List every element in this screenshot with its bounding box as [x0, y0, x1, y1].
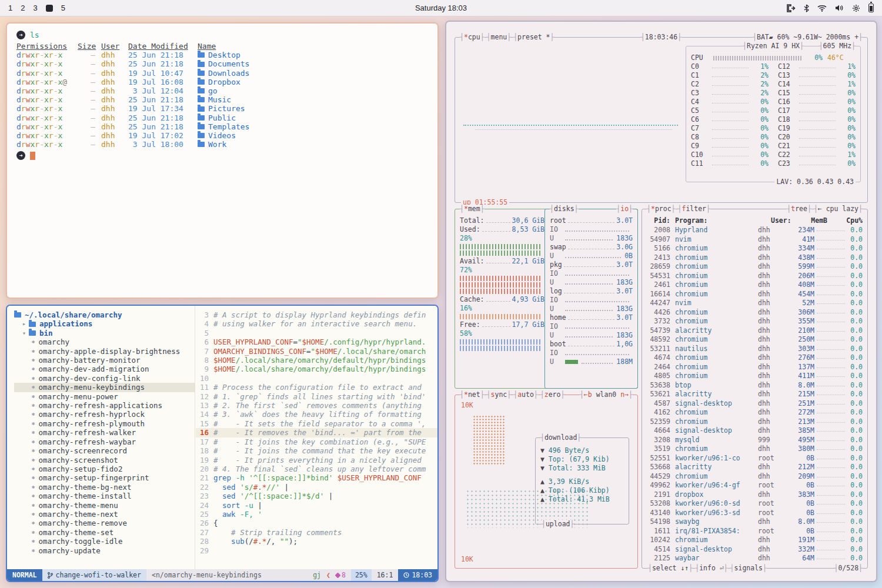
tree-item--local-share-omarchy[interactable]: ~/.local/share/omarchy: [14, 310, 195, 319]
process-row[interactable]: 53211nautilusdhh303M0.0: [642, 345, 867, 354]
process-row[interactable]: 44247nvimdhh52M0.0: [642, 299, 867, 308]
tree-item-omarchy-toggle-idle[interactable]: ✱omarchy-toggle-idle: [14, 537, 195, 546]
tree-item-omarchy-setup-fido2[interactable]: ✱omarchy-setup-fido2: [14, 465, 195, 473]
volume-icon[interactable]: [835, 4, 844, 12]
process-row[interactable]: 2413chromiumdhh438M0.0: [642, 253, 867, 263]
battery-icon[interactable]: [868, 4, 874, 12]
tree-item-omarchy-dev-add-migration[interactable]: ✱omarchy-dev-add-migration: [14, 365, 195, 373]
process-row[interactable]: 52359chromiumdhh213M0.0: [642, 417, 867, 427]
workspace-5[interactable]: 5: [61, 4, 65, 12]
settings-gear-icon[interactable]: [852, 4, 860, 12]
terminal-window[interactable]: ➜ ls Permissions Size User Date Modified…: [6, 22, 439, 299]
process-row[interactable]: 4664signal-desktopdhh385M0.0: [642, 426, 867, 436]
process-row[interactable]: 3519chromiumdhh380M0.0: [642, 445, 867, 454]
process-row[interactable]: 28659chromiumdhh599M0.0: [642, 262, 867, 272]
process-row[interactable]: 4162chromiumdhh272M0.0: [642, 408, 867, 417]
tree-item-applications[interactable]: ▸applications: [14, 319, 195, 328]
tree-item-omarchy-theme-install[interactable]: ✱omarchy-theme-install: [14, 492, 195, 500]
process-row[interactable]: 2008Hyprlanddhh234M0.0: [642, 226, 867, 235]
process-row[interactable]: 5166chromiumdhh334M0.0: [642, 244, 867, 253]
process-row[interactable]: 4805chromiumdhh411M0.0: [642, 372, 867, 381]
process-row[interactable]: 53621alacrittydhh215M0.0: [642, 390, 867, 399]
terminal-cursor[interactable]: [30, 152, 35, 160]
mem-tab[interactable]: *mem: [460, 205, 485, 213]
tree-item-omarchy-theme-set[interactable]: ✱omarchy-theme-set: [14, 528, 195, 537]
process-row[interactable]: 44529chromiumdhh209M0.0: [642, 472, 867, 482]
process-row[interactable]: 49962kworker/u96:4-gfroot0B0.0: [642, 481, 867, 490]
process-row[interactable]: 3208mysqld999495M0.0: [642, 436, 867, 445]
tree-item-omarchy-theme-next[interactable]: ✱omarchy-theme-next: [14, 510, 195, 519]
proc-tab-ilter[interactable]: filter: [678, 205, 710, 213]
tree-item-omarchy-apple-display-brightness[interactable]: ✱omarchy-apple-display-brightness: [14, 347, 195, 356]
process-row[interactable]: 4514signal-desktopdhh332M0.0: [642, 545, 867, 554]
tree-item-omarchy-setup-fingerprint[interactable]: ✱omarchy-setup-fingerprint: [14, 473, 195, 482]
tab-preset-[interactable]: preset *: [513, 33, 554, 42]
tree-item-omarchy-update[interactable]: ✱omarchy-update: [14, 546, 195, 555]
tree-item-omarchy-menu-power[interactable]: ✱omarchy-menu-power: [14, 392, 195, 401]
process-row[interactable]: 1611irq/81-PIXA3854:root0B0.0: [642, 527, 867, 536]
btop-window[interactable]: *cpumenupreset * 18:03:46 BAT▰ 60% ~9.61…: [445, 21, 877, 582]
io-tab[interactable]: io: [616, 205, 633, 213]
disks-tab[interactable]: disks: [550, 205, 579, 213]
tree-item-omarchy-refresh-hyprlock[interactable]: ✱omarchy-refresh-hyprlock: [14, 410, 195, 419]
tree-item-omarchy-refresh-applications[interactable]: ✱omarchy-refresh-applications: [14, 401, 195, 410]
process-row[interactable]: 2461chromiumdhh408M0.0: [642, 280, 867, 290]
wifi-icon[interactable]: [817, 5, 827, 12]
process-row[interactable]: 52551kworker/u96:1-coroot0B0.0: [642, 454, 867, 463]
tree-item-bin[interactable]: ▾bin: [14, 329, 195, 338]
net-interface[interactable]: ←b wlan0 n→: [580, 390, 633, 399]
tab-menu[interactable]: menu: [487, 33, 512, 42]
git-branch[interactable]: change-wofi-to-walker: [42, 569, 146, 581]
process-row[interactable]: 4587signal-desktopdhh251M0.0: [642, 399, 867, 409]
net-tab-uto[interactable]: auto: [513, 390, 538, 399]
proc-action-signals[interactable]: signals: [730, 564, 767, 573]
tree-item-omarchy-screenshot[interactable]: ✱omarchy-screenshot: [14, 456, 195, 465]
proc-tab-proc[interactable]: *proc: [647, 205, 676, 213]
process-row[interactable]: 3732chromiumdhh355M0.0: [642, 317, 867, 326]
tree-item-omarchy[interactable]: ✱omarchy: [14, 338, 195, 346]
tree-item-omarchy-battery-monitor[interactable]: ✱omarchy-battery-monitor: [14, 356, 195, 365]
process-row[interactable]: 53638btopdhh8.0M0.0: [642, 381, 867, 390]
workspace-2[interactable]: 2: [21, 4, 25, 12]
process-row[interactable]: 48592chromiumdhh250M0.0: [642, 335, 867, 345]
tree-item-omarchy-theme-menu[interactable]: ✱omarchy-theme-menu: [14, 501, 195, 510]
tree-item-omarchy-theme-bg-next[interactable]: ✱omarchy-theme-bg-next: [14, 483, 195, 492]
process-row[interactable]: 4426chromiumdhh306M0.0: [642, 308, 867, 318]
tree-item-omarchy-menu-keybindings[interactable]: ✱omarchy-menu-keybindings: [14, 383, 195, 392]
nvim-window[interactable]: ~/.local/share/omarchy▸applications▾bin✱…: [6, 305, 439, 582]
tree-item-omarchy-refresh-walker[interactable]: ✱omarchy-refresh-walker: [14, 428, 195, 437]
process-row[interactable]: 10242chromiumdhh191M0.0: [642, 536, 867, 545]
tab-cpu[interactable]: *cpu: [460, 33, 485, 42]
tree-item-omarchy-theme-remove[interactable]: ✱omarchy-theme-remove: [14, 519, 195, 527]
net-tab-ync[interactable]: sync: [487, 390, 512, 399]
proc-sort--cpu-lazy[interactable]: ← cpu lazy: [814, 205, 863, 213]
process-row[interactable]: 43140kworker/u96:3-sdroot0B0.0: [642, 509, 867, 518]
editor-buffer[interactable]: 3# A script to display Hyprland keybindi…: [196, 306, 437, 569]
process-row[interactable]: 54907nvimdhh41M0.0: [642, 235, 867, 245]
process-row[interactable]: 54531chromiumdhh206M0.0: [642, 272, 867, 281]
tree-item-omarchy-screenrecord[interactable]: ✱omarchy-screenrecord: [14, 446, 195, 455]
tree-item-omarchy-dev-config-link[interactable]: ✱omarchy-dev-config-link: [14, 374, 195, 383]
plugin-count[interactable]: 8: [336, 571, 346, 579]
process-row[interactable]: 53208kworker/u96:0-sdroot0B0.0: [642, 499, 867, 509]
process-row[interactable]: 54198swaybgdhh8.0M0.0: [642, 517, 867, 527]
tree-item-omarchy-refresh-plymouth[interactable]: ✱omarchy-refresh-plymouth: [14, 419, 195, 428]
process-row[interactable]: 2464chromiumdhh137M0.0: [642, 363, 867, 372]
workspace-active-icon[interactable]: [46, 5, 53, 12]
workspace-3[interactable]: 3: [33, 4, 37, 12]
process-row[interactable]: 2125waybardhh64M0.0: [642, 554, 867, 563]
net-tab-ero[interactable]: zero: [540, 390, 565, 399]
bluetooth-icon[interactable]: [804, 4, 809, 12]
net-tab-net[interactable]: *net: [460, 390, 485, 399]
process-row[interactable]: 54739alacrittydhh210M0.0: [642, 326, 867, 336]
proc-sort-ree[interactable]: tree: [787, 205, 811, 213]
workspace-1[interactable]: 1: [8, 4, 12, 12]
tree-item-omarchy-refresh-waybar[interactable]: ✱omarchy-refresh-waybar: [14, 437, 195, 446]
logout-icon[interactable]: [787, 4, 796, 12]
process-row[interactable]: 4674chromiumdhh276M0.0: [642, 353, 867, 363]
process-row[interactable]: 16614chromiumdhh454M0.0: [642, 290, 867, 299]
proc-action-select-[interactable]: select ↓↑: [648, 564, 693, 573]
process-row[interactable]: 2191dropboxdhh383M0.0: [642, 490, 867, 500]
proc-action-info-[interactable]: info ⏎: [695, 564, 727, 573]
process-row[interactable]: 53668alacrittydhh212M0.0: [642, 463, 867, 472]
